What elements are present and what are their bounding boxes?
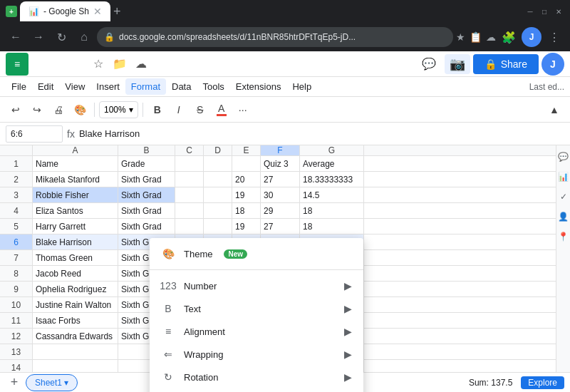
cell[interactable]: Isaac Forbs — [33, 313, 118, 328]
cell-reference[interactable]: 6:6 — [6, 125, 63, 143]
menu-insert[interactable]: Insert — [90, 78, 125, 95]
menu-item-alignment[interactable]: ≡Alignment▶ — [150, 320, 363, 343]
menu-data[interactable]: Data — [166, 78, 197, 95]
more-button[interactable]: ··· — [233, 100, 253, 120]
menu-edit[interactable]: Edit — [32, 78, 59, 95]
col-header-c[interactable]: C — [175, 145, 204, 155]
cloud-save-icon[interactable]: ☁ — [131, 54, 151, 74]
cell[interactable] — [204, 219, 232, 234]
row-number[interactable]: 14 — [0, 360, 33, 372]
cell[interactable]: 18 — [300, 203, 364, 218]
cell[interactable]: 14.5 — [300, 187, 364, 202]
cell[interactable] — [175, 203, 204, 218]
undo-button[interactable]: ↩ — [6, 100, 26, 120]
cloud-icon[interactable]: ☁ — [486, 31, 496, 43]
chat-icon[interactable]: 💬 — [419, 54, 439, 74]
col-header-b[interactable]: B — [118, 145, 175, 155]
menu-item-theme[interactable]: 🎨ThemeNew — [150, 242, 363, 265]
row-number[interactable]: 11 — [0, 313, 33, 328]
col-header-d[interactable]: D — [204, 145, 232, 155]
cell[interactable] — [204, 156, 232, 171]
row-number[interactable]: 13 — [0, 344, 33, 359]
col-header-e[interactable]: E — [232, 145, 261, 155]
cell[interactable]: 27 — [261, 172, 300, 187]
italic-button[interactable]: I — [169, 100, 189, 120]
back-button[interactable]: ← — [6, 27, 26, 47]
menu-tools[interactable]: Tools — [197, 78, 229, 95]
cell[interactable]: Mikaela Stanford — [33, 172, 118, 187]
cell[interactable]: Robbie Fisher — [33, 187, 118, 202]
col-header-g[interactable]: G — [300, 145, 364, 155]
add-sheet-button[interactable]: + — [6, 374, 23, 391]
cell[interactable] — [33, 344, 118, 359]
user-avatar[interactable]: J — [542, 53, 564, 76]
strikethrough-button[interactable]: S — [190, 100, 210, 120]
cell[interactable]: 18.33333333 — [300, 172, 364, 187]
cell[interactable]: 19 — [232, 219, 261, 234]
move-to-folder-icon[interactable]: 📁 — [110, 54, 130, 74]
cell[interactable] — [33, 360, 118, 372]
minimize-button[interactable]: ─ — [524, 6, 536, 17]
cell[interactable]: Justine Rain Walton — [33, 297, 118, 312]
cell[interactable]: 18 — [300, 219, 364, 234]
active-tab[interactable]: 📊 - Google Sh ✕ — [20, 1, 110, 21]
cell[interactable]: Sixth Grad — [118, 219, 175, 234]
row-number[interactable]: 10 — [0, 297, 33, 312]
extensions-icon[interactable]: 🧩 — [499, 27, 519, 47]
maximize-button[interactable]: □ — [539, 6, 550, 17]
cell[interactable]: 20 — [232, 172, 261, 187]
cell[interactable]: Grade — [118, 156, 175, 171]
sidebar-maps-icon[interactable]: 📍 — [558, 231, 569, 242]
print-button[interactable]: 🖨 — [48, 100, 68, 120]
bookmark-icon[interactable]: ★ — [456, 31, 465, 43]
cell[interactable]: 19 — [232, 187, 261, 202]
share-button[interactable]: 🔒 Share — [473, 54, 539, 74]
cell[interactable]: Sixth Grad — [118, 172, 175, 187]
explore-button[interactable]: Explore — [521, 376, 564, 389]
row-number[interactable]: 5 — [0, 219, 33, 234]
menu-item-text[interactable]: BText▶ — [150, 297, 363, 320]
redo-button[interactable]: ↪ — [27, 100, 47, 120]
menu-item-number[interactable]: 123Number▶ — [150, 274, 363, 297]
close-button[interactable]: ✕ — [553, 6, 564, 17]
cell[interactable]: Average — [300, 156, 364, 171]
sidebar-chart-icon[interactable]: 📊 — [558, 171, 569, 182]
col-header-f[interactable]: F — [261, 145, 300, 155]
cell[interactable]: 18 — [232, 203, 261, 218]
text-color-button[interactable]: A — [212, 100, 232, 120]
last-edited[interactable]: Last ed... — [529, 82, 564, 92]
cell[interactable] — [175, 219, 204, 234]
row-number[interactable]: 6 — [0, 234, 33, 249]
col-header-a[interactable]: A — [33, 145, 118, 155]
cell[interactable] — [175, 172, 204, 187]
cell[interactable]: Ophelia Rodriguez — [33, 282, 118, 296]
cell[interactable] — [204, 172, 232, 187]
address-input[interactable]: 🔒 docs.google.com/spreadsheets/d/11nBNR8… — [97, 27, 453, 47]
row-number[interactable]: 9 — [0, 282, 33, 296]
row-number[interactable]: 1 — [0, 156, 33, 171]
menu-view[interactable]: View — [59, 78, 90, 95]
cell[interactable] — [204, 203, 232, 218]
forward-button[interactable]: → — [28, 27, 48, 47]
zoom-selector[interactable]: 100% ▾ — [99, 101, 138, 118]
sidebar-chat-icon[interactable]: 💬 — [558, 151, 569, 163]
menu-item-wrapping[interactable]: ⇐Wrapping▶ — [150, 343, 363, 366]
tab-close-button[interactable]: ✕ — [93, 6, 102, 17]
formula-input[interactable] — [79, 128, 564, 139]
cell[interactable] — [232, 156, 261, 171]
cell[interactable]: Jacob Reed — [33, 266, 118, 281]
menu-extensions[interactable]: Extensions — [230, 78, 287, 95]
cell[interactable]: 27 — [261, 219, 300, 234]
menu-file[interactable]: File — [6, 78, 32, 95]
star-icon[interactable]: ☆ — [88, 54, 108, 74]
row-number[interactable]: 8 — [0, 266, 33, 281]
home-button[interactable]: ⌂ — [74, 27, 94, 47]
sheets-app-icon[interactable]: ≡ — [6, 53, 28, 76]
cell[interactable]: Name — [33, 156, 118, 171]
cell[interactable] — [175, 156, 204, 171]
row-number[interactable]: 7 — [0, 250, 33, 265]
cell[interactable]: 29 — [261, 203, 300, 218]
cell[interactable]: Blake Harrison — [33, 234, 118, 249]
menu-icon[interactable]: ⋮ — [544, 27, 564, 47]
new-tab-button[interactable]: + — [113, 4, 121, 19]
